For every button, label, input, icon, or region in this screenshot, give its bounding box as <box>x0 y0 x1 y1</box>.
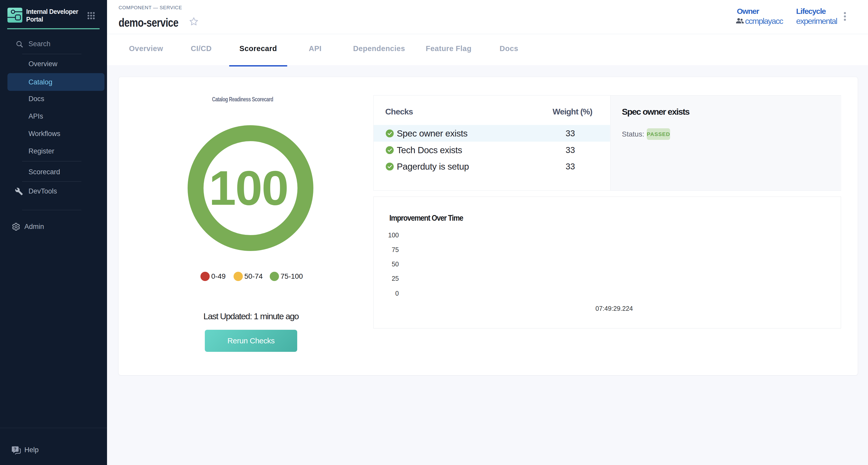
svg-text:?: ? <box>13 447 16 452</box>
